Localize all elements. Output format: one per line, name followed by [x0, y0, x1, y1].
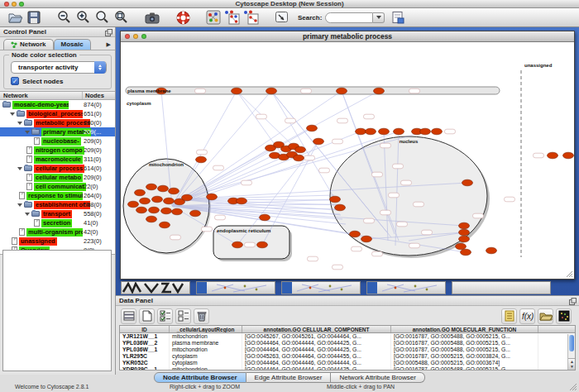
network-node[interactable]: [232, 88, 242, 94]
tree-row-primary-metabo[interactable]: primary metabo209(...: [0, 127, 115, 136]
network-node[interactable]: [160, 222, 170, 228]
tree-row-multi-organism-pro[interactable]: multi-organism pro42(0): [0, 227, 115, 237]
network-node[interactable]: [456, 243, 467, 250]
window-resize-grip[interactable]: [569, 383, 577, 391]
network-node[interactable]: [260, 214, 270, 221]
network-node[interactable]: [172, 208, 183, 215]
network-node[interactable]: [257, 241, 268, 248]
network-node[interactable]: [182, 194, 193, 201]
minimized-window-4[interactable]: [452, 281, 551, 294]
network-node[interactable]: [146, 216, 157, 222]
table-column-header[interactable]: annotation.GO MOLECULAR_FUNCTION: [391, 326, 538, 332]
network-node[interactable]: [196, 156, 207, 163]
network-node[interactable]: [266, 88, 277, 94]
network-node[interactable]: [379, 128, 390, 135]
unselect-attributes-icon[interactable]: [175, 308, 191, 324]
network-node[interactable]: [330, 196, 341, 203]
table-cell[interactable]: [GO:0016787, GO:0005488, GO:0005215, G..…: [391, 333, 538, 340]
zoom-fit-icon[interactable]: [94, 9, 111, 26]
annotations-icon[interactable]: [274, 9, 290, 26]
table-cell[interactable]: YKR052C: [120, 360, 170, 366]
delete-attribute-trash-icon[interactable]: [194, 308, 209, 324]
float-panel-icon[interactable]: [569, 298, 577, 305]
network-node[interactable]: [337, 88, 347, 94]
network-node[interactable]: [486, 247, 497, 254]
zoom-selected-icon[interactable]: [113, 9, 130, 26]
network-node[interactable]: [350, 231, 361, 237]
tree-row-cellular-metabo[interactable]: cellular metabo209(0): [0, 173, 115, 182]
table-cell[interactable]: YDR039C__1: [120, 366, 170, 370]
table-column-header[interactable]: _cellularLayoutRegion: [170, 326, 242, 332]
network-node[interactable]: [295, 146, 306, 153]
network-node[interactable]: [420, 128, 431, 135]
color-mapper-icon[interactable]: [556, 308, 572, 324]
tree-row-unassigned[interactable]: unassigned223(0): [0, 237, 115, 246]
network-node[interactable]: [146, 184, 157, 190]
network-node[interactable]: [461, 249, 471, 256]
network-node[interactable]: [459, 222, 470, 229]
table-cell[interactable]: mitochondrion: [170, 333, 242, 340]
tree-row-establishment-of-lo[interactable]: establishment of lo558(0): [0, 200, 115, 209]
create-attribute-icon[interactable]: [139, 308, 155, 324]
open-session-icon[interactable]: [7, 9, 23, 26]
network-node[interactable]: [169, 188, 179, 194]
table-cell[interactable]: [GO:0045267, GO:0045261, GO:0044464, G..…: [242, 333, 391, 340]
network-node[interactable]: [135, 189, 146, 196]
tree-row-macromolecule[interactable]: macromolecule311(0): [0, 155, 115, 164]
tree-row-cell-communicat[interactable]: cell communicat22(0): [0, 182, 115, 191]
tree-row-nitrogen-compo[interactable]: nitrogen compo209(0): [0, 146, 115, 155]
table-cell[interactable]: YPL036W__1: [120, 347, 170, 353]
scrollbar-thumb[interactable]: [569, 335, 574, 351]
zoom-out-icon[interactable]: [56, 9, 73, 26]
network-canvas[interactable]: plasma membranecytoplasmmitochondrionnuc…: [121, 42, 574, 279]
create-network-view-icon[interactable]: [205, 9, 222, 26]
disclosure-triangle-icon[interactable]: [25, 213, 30, 216]
table-cell[interactable]: mitochondrion: [170, 347, 242, 353]
table-cell[interactable]: [GO:0016787, GO:0005488, GO:0005215, G..…: [391, 340, 538, 347]
node-color-dropdown[interactable]: transporter activity: [11, 61, 107, 74]
select-attributes-icon[interactable]: [157, 308, 173, 324]
table-row[interactable]: YDR039C__1mitochondrion[GO:0044464, GO:0…: [120, 366, 575, 370]
frame-resize-grip[interactable]: [566, 270, 573, 278]
table-cell[interactable]: plasma membrane: [170, 340, 242, 347]
table-cell[interactable]: [GO:0016787, GO:0005488, GO:0005215, G..…: [391, 347, 538, 353]
tree-row-secretion[interactable]: secretion41(0): [0, 218, 115, 227]
tree-row-response-to-stimulu[interactable]: response to stimulu264(0): [0, 191, 115, 200]
table-cell[interactable]: YPL036W__2: [120, 340, 170, 347]
disclosure-triangle-icon[interactable]: [25, 131, 30, 134]
network-node[interactable]: [394, 128, 404, 135]
minimized-window-3[interactable]: [366, 281, 446, 294]
search-dropdown-button[interactable]: [373, 12, 385, 23]
network-node[interactable]: [207, 194, 218, 200]
table-cell[interactable]: cytoplasm: [170, 360, 242, 366]
table-row[interactable]: YPL036W__1mitochondrion[GO:0044464, GO:0…: [120, 347, 575, 353]
tab-overflow-arrow-icon[interactable]: ▶: [104, 40, 113, 50]
network-node[interactable]: [335, 204, 346, 211]
tab-edge-attribute-browser[interactable]: Edge Attribute Browser: [246, 372, 332, 383]
network-view-frame[interactable]: primary metabolic process plasma membran…: [120, 31, 575, 280]
help-lifering-icon[interactable]: [175, 9, 191, 26]
tree-column-nodes[interactable]: Nodes: [83, 92, 115, 99]
minimized-window-0[interactable]: [121, 281, 190, 294]
table-cell[interactable]: [GO:0005488, GO:0005215, GO:0003674]: [391, 360, 538, 366]
tree-column-network[interactable]: Network: [0, 92, 83, 99]
save-session-icon[interactable]: [26, 9, 42, 26]
table-cell[interactable]: [GO:0045263, GO:0044464, GO:0044455, G..…: [242, 353, 391, 360]
network-node[interactable]: [356, 128, 366, 135]
tree-row-mosaic-demo-yeast[interactable]: mosaic-demo-yeast874(0): [0, 100, 115, 109]
network-node[interactable]: [307, 125, 318, 131]
disclosure-triangle-icon[interactable]: [17, 203, 22, 207]
network-node[interactable]: [161, 208, 172, 214]
table-cell[interactable]: [GO:0044464, GO:0044444, GO:0044425, G..…: [242, 347, 391, 353]
network-node[interactable]: [149, 207, 160, 213]
network-node[interactable]: [158, 185, 169, 192]
network-node[interactable]: [152, 196, 163, 203]
network-node[interactable]: [313, 138, 324, 145]
table-row[interactable]: YLR295Ccytoplasm[GO:0045263, GO:0044464,…: [120, 353, 575, 360]
tree-row-nucleobase-[interactable]: nucleobase-209(0): [0, 136, 115, 146]
tab-network[interactable]: Network: [3, 39, 54, 50]
table-mode-icon[interactable]: [121, 308, 136, 324]
export-image-camera-icon[interactable]: [144, 9, 160, 26]
table-cell[interactable]: YLR295C: [120, 353, 170, 360]
tree-row-transport[interactable]: transport558(0): [0, 209, 115, 218]
